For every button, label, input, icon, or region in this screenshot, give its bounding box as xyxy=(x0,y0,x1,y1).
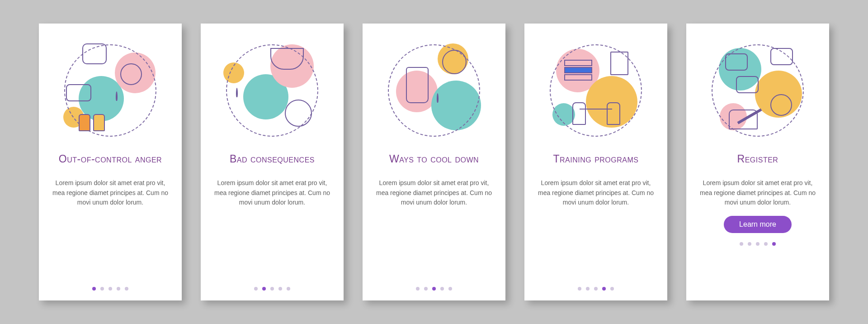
pagination-dot[interactable] xyxy=(610,287,614,291)
card-body: Lorem ipsum dolor sit amet erat pro vit,… xyxy=(375,178,493,281)
card-title: Bad consequences xyxy=(230,147,315,172)
pressure-gauge-icon xyxy=(120,63,142,85)
calm-head-icon xyxy=(437,94,468,126)
pagination-dot[interactable] xyxy=(756,242,760,246)
pagination-dot[interactable] xyxy=(424,287,428,291)
pagination-dot[interactable] xyxy=(117,287,120,291)
pagination-dot[interactable] xyxy=(432,287,436,291)
register-illustration xyxy=(708,41,807,140)
head-fire-icon xyxy=(236,89,268,120)
pagination-dots xyxy=(578,287,614,291)
pagination-dot[interactable] xyxy=(602,287,606,291)
pagination-dot[interactable] xyxy=(440,287,444,291)
consequences-illustration xyxy=(222,41,322,140)
pagination-dots xyxy=(416,287,452,291)
list-item-icon xyxy=(564,67,592,73)
pagination-dot[interactable] xyxy=(772,242,776,246)
onboarding-card-4: Training programs Lorem ipsum dolor sit … xyxy=(524,24,667,300)
onboarding-card-5: Register Lorem ipsum dolor sit amet erat… xyxy=(686,24,829,300)
list-item-icon xyxy=(564,74,592,81)
magnet-icon xyxy=(270,48,304,70)
card-title: Register xyxy=(737,147,778,172)
pagination-dot[interactable] xyxy=(270,287,274,291)
pagination-dot[interactable] xyxy=(586,287,590,291)
pagination-dot[interactable] xyxy=(748,242,751,246)
pagination-dot[interactable] xyxy=(278,287,282,291)
cooldown-illustration xyxy=(384,41,484,140)
pagination-dot[interactable] xyxy=(100,287,104,291)
card-title: Ways to cool down xyxy=(389,147,479,172)
pagination-dot[interactable] xyxy=(764,242,768,246)
pagination-dots xyxy=(740,242,776,246)
books-icon xyxy=(610,52,628,75)
pagination-dots xyxy=(92,287,128,291)
pagination-dot[interactable] xyxy=(740,242,743,246)
head-profile-icon xyxy=(116,92,147,124)
person-icon xyxy=(79,114,90,131)
angry-speech-icon xyxy=(66,84,91,101)
pagination-dot[interactable] xyxy=(416,287,420,291)
person-icon xyxy=(93,114,105,131)
card-title: Out-of-control anger xyxy=(59,147,162,172)
training-illustration xyxy=(546,41,646,140)
onboarding-card-3: Ways to cool down Lorem ipsum dolor sit … xyxy=(363,24,505,300)
fist-icon xyxy=(82,43,107,64)
card-body: Lorem ipsum dolor sit amet erat pro vit,… xyxy=(537,178,655,281)
onboarding-card-2: Bad consequences Lorem ipsum dolor sit a… xyxy=(201,24,344,300)
onboarding-card-1: Out-of-control anger Lorem ipsum dolor s… xyxy=(39,24,182,300)
pagination-dot[interactable] xyxy=(92,287,96,291)
card-body: Lorem ipsum dolor sit amet erat pro vit,… xyxy=(213,178,331,281)
card-title: Training programs xyxy=(553,147,639,172)
pagination-dot[interactable] xyxy=(287,287,290,291)
list-item-icon xyxy=(564,60,592,66)
learn-more-button[interactable]: Learn more xyxy=(724,216,792,233)
chat-bubble-icon xyxy=(770,48,793,65)
bomb-icon xyxy=(285,100,312,127)
water-glass-icon xyxy=(406,67,429,103)
pagination-dot[interactable] xyxy=(262,287,266,291)
pagination-dot[interactable] xyxy=(448,287,452,291)
pagination-dot[interactable] xyxy=(578,287,581,291)
anger-illustration xyxy=(61,41,160,140)
pagination-dot[interactable] xyxy=(125,287,128,291)
pagination-dot[interactable] xyxy=(254,287,258,291)
pagination-dot[interactable] xyxy=(108,287,112,291)
card-body: Lorem ipsum dolor sit amet erat pro vit,… xyxy=(699,178,816,208)
pagination-dots xyxy=(254,287,290,291)
phone-icon xyxy=(770,94,792,116)
chat-bubble-icon xyxy=(725,53,748,71)
chat-bubble-icon xyxy=(736,76,759,93)
card-body: Lorem ipsum dolor sit amet erat pro vit,… xyxy=(52,178,169,281)
talking-head-icon xyxy=(442,50,467,74)
table-icon xyxy=(580,109,612,126)
pagination-dot[interactable] xyxy=(594,287,598,291)
